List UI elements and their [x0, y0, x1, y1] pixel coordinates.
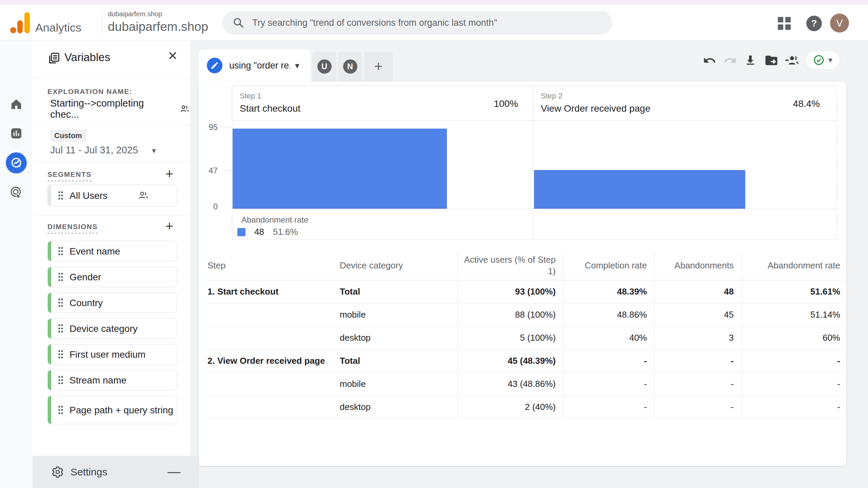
download-icon[interactable] — [742, 52, 758, 69]
col-device-category: Device category — [334, 251, 458, 280]
nav-reports-icon[interactable] — [6, 123, 27, 144]
tab-n[interactable]: N — [338, 52, 362, 81]
funnel-bar-step1[interactable] — [233, 129, 447, 209]
table-cell: Total — [334, 280, 458, 303]
dimension-label: Event name — [70, 245, 123, 257]
drag-handle-icon[interactable] — [57, 246, 64, 256]
table-cell: 51.14% — [742, 303, 848, 326]
nav-home-icon[interactable] — [6, 94, 27, 115]
exploration-name-label: EXPLORATION NAME: — [47, 88, 132, 96]
variables-title: Variables — [64, 51, 110, 64]
funnel-bar-step2[interactable] — [534, 170, 745, 209]
y-tick-95: 95 — [199, 123, 218, 132]
chip-strip — [48, 267, 51, 287]
dimension-chip[interactable]: First user medium — [47, 344, 177, 364]
exploration-name-field[interactable]: Starting-->completing chec... — [50, 98, 190, 120]
legend-row: 48 51.6% — [237, 227, 298, 237]
date-range-badge: Custom — [50, 130, 86, 142]
chip-strip — [48, 241, 51, 261]
table-row[interactable]: desktop2 (40%)--- — [208, 396, 848, 419]
app-header: Analytics dubaiparfem.shop dubaiparfem.s… — [0, 5, 868, 41]
settings-bar[interactable]: Settings — — [33, 456, 199, 488]
dimension-chip[interactable]: Event name — [47, 241, 177, 261]
dimension-label: Country — [70, 297, 106, 309]
table-row[interactable]: mobile88 (100%)48.86%4551.14% — [208, 303, 848, 326]
table-cell: 40% — [564, 326, 655, 349]
table-cell: - — [742, 350, 848, 372]
chart-bottom-border — [232, 239, 836, 240]
drag-handle-icon[interactable] — [57, 190, 64, 201]
collapse-icon[interactable]: — — [167, 465, 180, 479]
apps-grid-icon[interactable] — [778, 17, 791, 30]
share-users-icon[interactable] — [784, 52, 800, 69]
table-cell: 45 (48.39%) — [458, 350, 564, 372]
settings-label: Settings — [71, 466, 107, 478]
segment-chip-all-users[interactable]: All Users — [47, 185, 177, 206]
chevron-down-icon[interactable]: ▾ — [152, 146, 156, 155]
funnel-table: Step Device category Active users (% of … — [208, 251, 848, 419]
y-tickline — [220, 170, 232, 171]
table-cell: 48.86% — [564, 303, 655, 326]
table-cell: 2 (40%) — [458, 396, 564, 418]
drag-handle-icon[interactable] — [57, 323, 64, 334]
add-tab-button[interactable]: + — [364, 52, 393, 81]
redo-icon[interactable] — [722, 52, 738, 69]
dimension-chip[interactable]: Device category — [47, 318, 177, 339]
tab-n-badge: N — [343, 59, 357, 74]
saved-status-button[interactable]: ▾ — [805, 50, 840, 70]
close-icon[interactable]: ✕ — [167, 49, 178, 63]
drag-handle-icon[interactable] — [57, 272, 64, 282]
edit-pencil-icon — [207, 58, 222, 73]
avatar[interactable]: V — [830, 14, 849, 33]
nav-explore-icon-active[interactable] — [6, 152, 27, 173]
breadcrumb[interactable]: dubaiparfem.shop — [108, 10, 162, 18]
search-icon — [233, 17, 244, 29]
table-cell — [208, 396, 334, 418]
property-name[interactable]: dubaiparfem.shop — [108, 20, 208, 34]
table-row[interactable]: 1. Start checkoutTotal93 (100%)48.39%485… — [208, 280, 848, 303]
step1-rate: 100% — [232, 98, 526, 109]
chip-strip — [48, 396, 51, 424]
table-cell: - — [742, 373, 848, 395]
dimension-label: Gender — [70, 271, 104, 283]
dimension-label: Stream name — [70, 374, 130, 386]
export-folder-icon[interactable] — [763, 52, 780, 69]
add-dimension-button[interactable]: + — [165, 219, 173, 233]
table-cell: mobile — [334, 373, 458, 395]
divider — [33, 162, 190, 163]
help-icon[interactable]: ? — [806, 16, 822, 31]
nav-advertising-icon[interactable] — [6, 182, 27, 203]
table-cell — [208, 303, 334, 326]
dimension-chip[interactable]: Stream name — [47, 370, 177, 390]
drag-handle-icon[interactable] — [57, 405, 64, 415]
chevron-down-icon[interactable]: ▾ — [828, 55, 832, 65]
dimension-label: First user medium — [70, 349, 149, 360]
analytics-logo-icon[interactable] — [10, 12, 30, 33]
chip-strip — [48, 185, 51, 206]
dimension-chip[interactable]: Gender — [47, 267, 177, 287]
undo-icon[interactable] — [702, 52, 718, 69]
legend-title: Abandonment rate — [241, 215, 308, 225]
table-cell: desktop — [334, 326, 458, 349]
app-name: Analytics — [35, 21, 81, 34]
col-abandonments: Abandonments — [655, 251, 742, 280]
table-cell: 43 (48.86%) — [458, 373, 564, 395]
date-range-value[interactable]: Jul 11 - Jul 31, 2025 — [50, 145, 138, 156]
search-input[interactable]: Try searching "trend of conversions from… — [222, 11, 612, 35]
table-row[interactable]: 2. View Order received pageTotal45 (48.3… — [208, 350, 848, 373]
table-cell: 48.39% — [564, 280, 655, 303]
chip-strip — [48, 370, 51, 390]
table-cell: - — [655, 373, 742, 395]
tab-active-exploration[interactable]: using "order re... ▾ — [199, 50, 311, 81]
drag-handle-icon[interactable] — [57, 375, 64, 385]
dimension-chip[interactable]: Country — [47, 293, 177, 313]
add-segment-button[interactable]: + — [165, 167, 173, 181]
table-row[interactable]: mobile43 (48.86%)--- — [208, 373, 848, 396]
table-row[interactable]: desktop5 (100%)40%360% — [208, 326, 848, 350]
tab-u[interactable]: U — [312, 52, 336, 81]
drag-handle-icon[interactable] — [57, 349, 64, 359]
chip-strip — [48, 319, 51, 338]
drag-handle-icon[interactable] — [57, 298, 64, 308]
chevron-down-icon[interactable]: ▾ — [295, 60, 299, 71]
dimension-chip[interactable]: Page path + query string — [47, 396, 177, 424]
